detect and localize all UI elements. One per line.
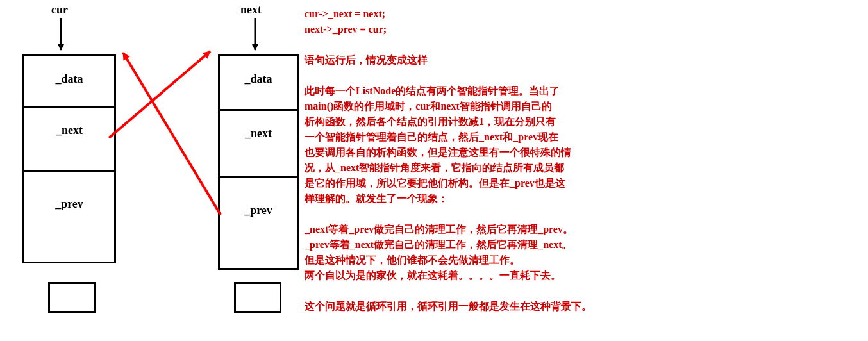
cur-node-box: _data _next _prev <box>22 54 116 263</box>
cur-data-cell: _data <box>24 56 114 108</box>
next-prev-cell: _prev <box>220 178 297 264</box>
text-line-7: 一个智能指针管理着自己的结点，然后_next和_prev现在 <box>305 129 862 145</box>
cur-next-cell: _next <box>24 108 114 172</box>
text-line-15: 两个自以为是的家伙，就在这耗着。。。。一直耗下去。 <box>305 268 862 283</box>
next-next-cell: _next <box>220 111 297 178</box>
red-arrow-next-to-cur <box>123 53 221 215</box>
cur-prev-cell: _prev <box>24 172 114 258</box>
cur-label: cur <box>51 3 68 17</box>
text-line-9: 况，从_next智能指针角度来看，它指向的结点所有成员都 <box>305 160 862 176</box>
text-line-11: 样理解的。就发生了一个现象： <box>305 191 862 206</box>
text-line-3: 语句运行后，情况变成这样 <box>305 53 862 68</box>
text-line-8: 也要调用各自的析构函数，但是注意这里有一个很特殊的情 <box>305 145 862 160</box>
right-small-box <box>234 282 281 313</box>
text-line-10: 是它的作用域，所以它要把他们析构。但是在_prev也是这 <box>305 176 862 191</box>
text-line-14: 但是这种情况下，他们谁都不会先做清理工作。 <box>305 253 862 268</box>
text-line-12: _next等着_prev做完自己的清理工作，然后它再清理_prev。 <box>305 222 862 237</box>
red-arrow-cur-to-next <box>109 51 210 138</box>
code-line-2: next->_prev = cur; <box>305 22 862 37</box>
text-line-16: 这个问题就是循环引用，循环引用一般都是发生在这种背景下。 <box>305 299 862 314</box>
text-line-13: _prev等着_next做完自己的清理工作，然后它再清理_next。 <box>305 237 862 253</box>
text-line-6: 析构函数，然后各个结点的引用计数减1，现在分别只有 <box>305 114 862 129</box>
code-line-1: cur->_next = next; <box>305 6 862 22</box>
text-line-5: main()函数的作用域时，cur和next智能指针调用自己的 <box>305 99 862 114</box>
next-node-box: _data _next _prev <box>218 54 299 270</box>
text-line-4: 此时每一个ListNode的结点有两个智能指针管理。当出了 <box>305 83 862 99</box>
next-data-cell: _data <box>220 56 297 111</box>
next-label: next <box>240 3 262 17</box>
diagram-area: cur next _data _next _prev _data _next _… <box>0 0 308 341</box>
explanation-text: cur->_next = next; next->_prev = cur; 语句… <box>305 6 862 314</box>
left-small-box <box>48 282 96 313</box>
